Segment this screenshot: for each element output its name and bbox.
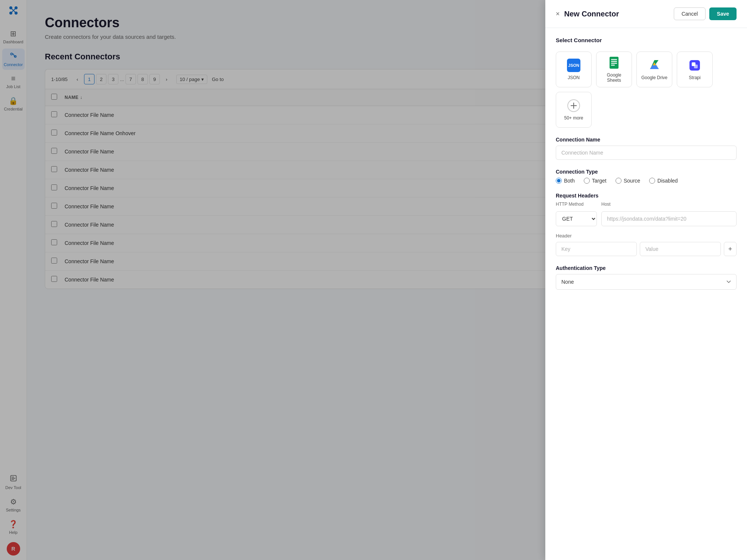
svg-rect-22: [694, 65, 698, 68]
connection-name-label: Connection Name: [556, 137, 737, 143]
google-drive-icon: [648, 59, 661, 72]
add-header-button[interactable]: +: [724, 242, 737, 256]
radio-source-label: Source: [624, 178, 640, 184]
radio-target[interactable]: Target: [584, 178, 607, 184]
connector-card-google-drive[interactable]: Google Drive: [636, 52, 672, 87]
connector-card-label: Strapi: [689, 75, 700, 80]
radio-source-input[interactable]: [616, 178, 622, 184]
radio-disabled-label: Disabled: [657, 178, 678, 184]
save-button[interactable]: Save: [709, 7, 737, 20]
radio-both-label: Both: [564, 178, 575, 184]
panel-title: New Connector: [564, 10, 619, 18]
connector-card-json[interactable]: JSON JSON: [556, 52, 592, 87]
connection-name-input[interactable]: [556, 146, 737, 160]
panel-header-left: × New Connector: [556, 10, 619, 18]
header-label-row: Header: [556, 232, 737, 239]
svg-rect-15: [611, 65, 615, 66]
radio-disabled-input[interactable]: [649, 178, 655, 184]
connector-grid: JSON JSON Google Sheets: [556, 52, 737, 128]
radio-source[interactable]: Source: [616, 178, 640, 184]
more-connectors-icon: [567, 99, 580, 112]
connection-name-section: Connection Name: [556, 137, 737, 160]
cancel-button[interactable]: Cancel: [674, 7, 706, 20]
select-connector-section: Select Connector JSON JSON Goog: [556, 37, 737, 128]
svg-rect-13: [611, 61, 617, 62]
radio-target-input[interactable]: [584, 178, 590, 184]
strapi-icon: [688, 59, 701, 72]
svg-rect-12: [611, 59, 617, 60]
select-connector-label: Select Connector: [556, 37, 737, 43]
connector-card-label: Google Sheets: [600, 72, 628, 83]
panel-header: × New Connector Cancel Save: [545, 0, 747, 28]
connector-card-label: 50+ more: [564, 115, 583, 121]
panel-actions: Cancel Save: [674, 7, 737, 20]
radio-disabled[interactable]: Disabled: [649, 178, 678, 184]
host-sublabel: Host: [601, 202, 737, 207]
panel-body: Select Connector JSON JSON Goog: [545, 28, 747, 299]
http-sub-labels: HTTP Method Host: [556, 202, 737, 207]
request-headers-section: Request Headers HTTP Method Host GET POS…: [556, 193, 737, 256]
http-method-select[interactable]: GET POST PUT DELETE PATCH: [556, 211, 597, 226]
http-method-host-row: GET POST PUT DELETE PATCH: [556, 211, 737, 226]
header-value-input[interactable]: [640, 242, 721, 256]
connector-card-google-sheets[interactable]: Google Sheets: [596, 52, 632, 87]
close-button[interactable]: ×: [556, 10, 560, 18]
header-sublabel: Header: [556, 233, 572, 239]
host-input[interactable]: [601, 211, 737, 226]
request-headers-label: Request Headers: [556, 193, 737, 199]
auth-type-section: Authentication Type None Basic Auth Bear…: [556, 265, 737, 290]
new-connector-panel: × New Connector Cancel Save Select Conne…: [545, 0, 747, 560]
connector-card-label: JSON: [568, 75, 580, 80]
connector-card-strapi[interactable]: Strapi: [677, 52, 713, 87]
connection-type-radio-group: Both Target Source Disabled: [556, 178, 737, 184]
auth-type-label: Authentication Type: [556, 265, 737, 271]
radio-both[interactable]: Both: [556, 178, 575, 184]
radio-target-label: Target: [592, 178, 607, 184]
connector-card-more[interactable]: 50+ more: [556, 92, 592, 128]
connector-card-label: Google Drive: [641, 75, 667, 80]
json-icon: JSON: [567, 59, 580, 72]
connection-type-section: Connection Type Both Target Source Disab…: [556, 169, 737, 184]
connection-type-label: Connection Type: [556, 169, 737, 175]
google-sheets-icon: [607, 56, 621, 69]
auth-type-select[interactable]: None Basic Auth Bearer Token API Key: [556, 274, 737, 290]
http-method-sublabel: HTTP Method: [556, 202, 597, 207]
header-key-input[interactable]: [556, 242, 637, 256]
svg-rect-14: [611, 63, 617, 64]
radio-both-input[interactable]: [556, 178, 562, 184]
header-key-value-row: +: [556, 242, 737, 256]
